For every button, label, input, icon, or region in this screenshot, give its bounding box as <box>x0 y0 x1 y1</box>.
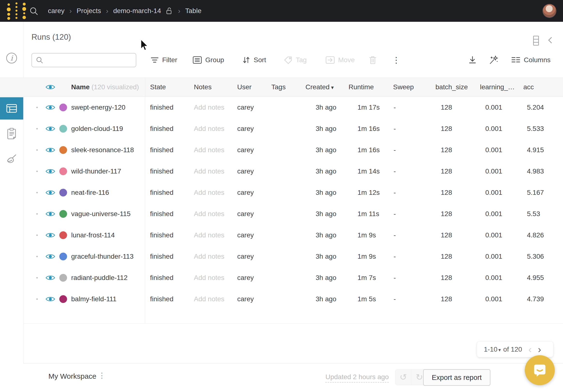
wandb-dots-logo[interactable] <box>6 2 27 20</box>
run-acc: 4.955 <box>527 274 544 282</box>
more-actions-button[interactable]: ⋮ <box>392 53 400 67</box>
table-row: graceful-thunder-113 finished Add notes … <box>0 246 563 267</box>
header-acc[interactable]: acc <box>523 83 534 91</box>
run-name-link[interactable]: sleek-resonance-118 <box>71 146 134 154</box>
run-created: 3h ago <box>316 125 336 133</box>
unlock-icon[interactable] <box>166 7 173 15</box>
breadcrumb-page[interactable]: Table <box>185 7 201 15</box>
run-color-dot <box>59 231 67 239</box>
tag-button[interactable]: Tag <box>284 53 307 67</box>
visibility-eye-icon[interactable] <box>46 126 55 132</box>
row-drag-handle[interactable] <box>36 128 38 129</box>
panel-layout-icon[interactable] <box>532 35 540 46</box>
visibility-eye-icon[interactable] <box>46 253 55 260</box>
row-drag-handle[interactable] <box>36 213 38 215</box>
visibility-eye-icon[interactable] <box>46 168 55 175</box>
header-runtime[interactable]: Runtime <box>348 83 374 91</box>
header-name[interactable]: Name (120 visualized) <box>71 83 139 91</box>
updated-timestamp-link[interactable]: Updated 2 hours ago <box>325 373 389 383</box>
next-page-chevron[interactable]: › <box>538 345 541 354</box>
runs-search-input[interactable] <box>47 56 136 64</box>
export-csv-button[interactable] <box>468 53 477 67</box>
chat-support-button[interactable] <box>525 355 555 385</box>
run-created: 3h ago <box>316 274 336 282</box>
run-learning-rate: 0.001 <box>485 231 502 239</box>
add-notes-placeholder[interactable]: Add notes <box>194 167 224 175</box>
sort-button[interactable]: Sort <box>242 53 266 67</box>
name-column-divider <box>145 77 145 323</box>
row-drag-handle[interactable] <box>36 298 38 300</box>
magic-wand-button[interactable] <box>489 53 499 67</box>
run-name-link[interactable]: radiant-puddle-112 <box>71 274 128 282</box>
visibility-eye-icon[interactable] <box>46 147 55 153</box>
add-notes-placeholder[interactable]: Add notes <box>194 103 224 111</box>
run-name-link[interactable]: graceful-thunder-113 <box>71 253 134 260</box>
table-header: Name (120 visualized) State Notes User T… <box>0 77 563 97</box>
add-notes-placeholder[interactable]: Add notes <box>194 253 224 260</box>
header-state[interactable]: State <box>150 83 166 91</box>
run-name-link[interactable]: balmy-field-111 <box>71 295 116 303</box>
collapse-panel-chevron-icon[interactable] <box>547 35 553 46</box>
add-notes-placeholder[interactable]: Add notes <box>194 189 224 196</box>
visibility-eye-icon[interactable] <box>46 211 55 217</box>
row-drag-handle[interactable] <box>36 256 38 257</box>
visibility-eye-icon[interactable] <box>46 104 55 111</box>
run-name-link[interactable]: lunar-frost-114 <box>71 231 115 239</box>
add-notes-placeholder[interactable]: Add notes <box>194 146 224 154</box>
workspace-menu-kebab-icon[interactable]: ⋮ <box>98 371 105 380</box>
row-drag-handle[interactable] <box>36 192 38 193</box>
header-notes[interactable]: Notes <box>194 83 212 91</box>
table-row: wild-thunder-117 finished Add notes care… <box>0 161 563 182</box>
header-user[interactable]: User <box>237 83 252 91</box>
run-batch-size: 128 <box>441 146 452 154</box>
run-name-link[interactable]: vague-universe-115 <box>71 210 130 218</box>
visibility-eye-icon[interactable] <box>46 275 55 281</box>
undo-icon[interactable]: ↺ <box>395 369 411 385</box>
row-drag-handle[interactable] <box>36 277 38 278</box>
breadcrumb-project[interactable]: demo-march-14 <box>113 7 161 15</box>
row-drag-handle[interactable] <box>36 171 38 172</box>
page-range-dropdown[interactable]: 1-10▾ <box>484 345 503 353</box>
table-row: lunar-frost-114 finished Add notes carey… <box>0 225 563 246</box>
header-batch-size[interactable]: batch_size <box>435 83 468 91</box>
add-notes-placeholder[interactable]: Add notes <box>194 274 224 282</box>
run-name-link[interactable]: golden-cloud-119 <box>71 125 123 133</box>
run-acc: 4.826 <box>527 231 544 239</box>
mouse-cursor <box>140 39 150 51</box>
add-notes-placeholder[interactable]: Add notes <box>194 125 224 133</box>
row-drag-handle[interactable] <box>36 107 38 108</box>
sidebar-item-overview[interactable]: i <box>0 47 23 69</box>
export-as-report-button[interactable]: Export as report <box>423 369 490 386</box>
breadcrumb-entity[interactable]: carey <box>48 7 64 15</box>
run-name-link[interactable]: swept-energy-120 <box>71 103 125 111</box>
run-name-link[interactable]: neat-fire-116 <box>71 189 109 196</box>
run-acc: 4.739 <box>527 295 544 303</box>
add-notes-placeholder[interactable]: Add notes <box>194 231 224 239</box>
global-search-icon[interactable] <box>29 6 39 16</box>
header-created[interactable]: Created▾ <box>306 83 334 91</box>
filter-button[interactable]: Filter <box>151 53 177 67</box>
add-notes-placeholder[interactable]: Add notes <box>194 295 224 303</box>
delete-button[interactable] <box>368 53 377 67</box>
run-sweep: - <box>394 146 396 154</box>
run-name-link[interactable]: wild-thunder-117 <box>71 167 121 175</box>
header-tags[interactable]: Tags <box>271 83 286 91</box>
header-learning-rate[interactable]: learning_… <box>480 83 515 91</box>
run-color-dot <box>59 189 67 196</box>
breadcrumb-projects[interactable]: Projects <box>77 7 101 15</box>
prev-page-chevron[interactable]: ‹ <box>528 345 532 354</box>
row-drag-handle[interactable] <box>36 149 38 151</box>
move-button[interactable]: Move <box>326 53 355 67</box>
group-button[interactable]: Group <box>193 53 224 67</box>
visibility-eye-icon[interactable] <box>46 190 55 196</box>
columns-button[interactable]: Columns <box>511 53 550 67</box>
avatar[interactable] <box>543 4 556 18</box>
visibility-eye-icon[interactable] <box>46 296 55 303</box>
visibility-eye-icon[interactable] <box>46 84 55 90</box>
visibility-eye-icon[interactable] <box>46 232 55 239</box>
filter-icon <box>151 56 159 64</box>
row-drag-handle[interactable] <box>36 234 38 236</box>
header-sweep[interactable]: Sweep <box>393 83 414 91</box>
table-row: radiant-puddle-112 finished Add notes ca… <box>0 267 563 289</box>
add-notes-placeholder[interactable]: Add notes <box>194 210 224 218</box>
